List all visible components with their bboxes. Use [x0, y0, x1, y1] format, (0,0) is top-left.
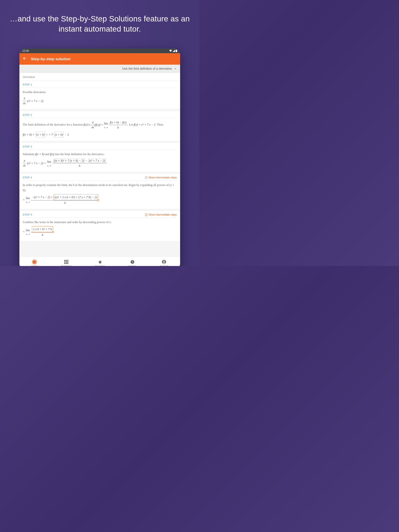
- section-label: Derivative: [19, 73, 180, 81]
- nav-favorites[interactable]: Favorites: [95, 260, 105, 266]
- nav-label: Account: [160, 265, 168, 266]
- step-expression: ddx (x² + 7 x − 2): [23, 96, 177, 106]
- step-card-4: STEP 4 + Show intermediate steps In orde…: [19, 174, 180, 209]
- account-icon: [162, 260, 166, 264]
- star-icon: [98, 260, 102, 264]
- svg-point-4: [163, 261, 165, 262]
- show-intermediate-button[interactable]: + Show intermediate steps: [145, 176, 177, 179]
- content-scroll[interactable]: Derivative STEP 1 Possible derivation: d…: [19, 73, 180, 257]
- step-label: STEP 5: [23, 213, 32, 216]
- step-card-3: STEP 3 Substitute f(x + h) and f(x) into…: [19, 143, 180, 172]
- step-text: Possible derivation:: [23, 90, 177, 95]
- step-expression: f(x + h) = (x + h)2 + 7 (x + h) − 2: [23, 132, 177, 137]
- nav-examples[interactable]: Examples: [61, 260, 72, 266]
- show-intermediate-button[interactable]: + Show intermediate steps: [145, 213, 177, 216]
- step-card-1: STEP 1 Possible derivation: ddx (x² + 7 …: [19, 81, 180, 109]
- step-label: STEP 3: [23, 145, 32, 148]
- nav-label: Home: [31, 265, 38, 266]
- nav-account[interactable]: Account: [160, 260, 168, 266]
- step-text: In order to properly evaluate the limit,…: [23, 183, 177, 192]
- step-label: STEP 4: [23, 176, 32, 179]
- step-text: The limit definition of the derivative f…: [23, 120, 177, 130]
- home-icon: [32, 260, 37, 264]
- page-title: Step-by-step solution: [31, 57, 70, 61]
- bottom-nav: Home Examples Favorites History Account: [19, 257, 180, 266]
- device-frame: 12:30 Step-by-step solution Use the limi…: [19, 48, 180, 266]
- plus-icon: +: [145, 176, 147, 179]
- plus-icon: +: [145, 214, 147, 216]
- step-expression: = limh→0 −(x² + 7 x − 2) + ((x² + 2 x h …: [23, 194, 177, 205]
- back-icon[interactable]: [23, 56, 27, 62]
- status-bar: 12:30: [19, 48, 180, 53]
- step-text: Combine like terms in the numerator and …: [23, 220, 177, 225]
- app-bar: Step-by-step solution: [19, 53, 180, 65]
- svg-rect-1: [176, 50, 177, 50]
- nav-history[interactable]: History: [129, 260, 136, 266]
- promo-headline: …and use the Step-by-Step Solutions feat…: [0, 0, 200, 34]
- step-expression: = limh→0 2 x h + h² + 7 h+ h: [23, 226, 177, 237]
- grid-icon: [64, 260, 68, 264]
- side-notch: [179, 103, 180, 110]
- svg-rect-0: [176, 50, 177, 52]
- chevron-down-icon: ▼: [174, 68, 176, 70]
- status-icons: [169, 50, 177, 52]
- step-expression: ddx (x² + 7 x − 2) = limh→0 ((x + h)² + …: [23, 158, 177, 168]
- nav-home[interactable]: Home: [31, 260, 38, 266]
- step-text: Substitute f(x + h) and f(x) into the li…: [23, 152, 177, 157]
- nav-label: History: [129, 265, 136, 266]
- nav-label: Favorites: [95, 265, 105, 266]
- clock-icon: [130, 260, 135, 264]
- step-card-2: STEP 2 The limit definition of the deriv…: [19, 111, 180, 141]
- nav-label: Examples: [61, 265, 72, 266]
- step-label: STEP 1: [23, 83, 32, 86]
- dropdown-selected: Use the limit definition of a derivative: [122, 67, 172, 70]
- step-card-5: STEP 5 + Show intermediate steps Combine…: [19, 211, 180, 241]
- status-time: 12:30: [22, 49, 29, 52]
- method-dropdown[interactable]: Use the limit definition of a derivative…: [19, 65, 180, 73]
- step-label: STEP 2: [23, 114, 32, 116]
